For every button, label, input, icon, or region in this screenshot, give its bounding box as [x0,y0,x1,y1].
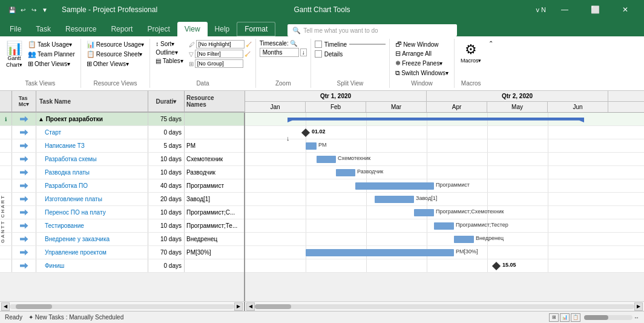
cell-task-name[interactable]: Перенос ПО на плату [36,206,148,219]
zoom-slider-track[interactable] [584,315,632,320]
table-row[interactable]: Управление проектом70 daysPM[30%] [0,246,244,259]
timescale-dropdown[interactable]: Months [260,48,299,57]
table-row[interactable]: Финиш0 days [0,259,244,273]
scroll-gantt-left-btn[interactable]: ◀ [246,302,255,311]
cell-task-name[interactable]: Внедрение у заказчика [36,233,148,245]
tab-view[interactable]: View [177,22,208,36]
group-dropdown[interactable]: [No Group] [195,59,243,68]
col-header-duration[interactable]: Durati▾ [148,91,185,112]
timeline-checkbox[interactable] [315,41,322,48]
switch-windows-button[interactable]: ⧉Switch Windows▾ [393,68,450,78]
cell-task-name[interactable]: Финиш [36,259,148,272]
details-checkbox[interactable] [315,50,322,58]
group-icon: ⊞ [189,61,194,67]
cell-task-name[interactable]: Разработка схемы [36,153,148,165]
resource-other-views-button[interactable]: ⊞Other Views▾ [85,59,146,68]
gantt-vline [548,246,548,259]
highlight-clear-icon[interactable]: 🧹 [246,42,252,47]
task-mode-icon [20,250,28,256]
save-icon[interactable]: 💾 [7,5,17,15]
table-row[interactable]: Внедрение у заказчика10 daysВнедренец [0,233,244,246]
zoom-slider-thumb[interactable] [584,315,608,320]
search-placeholder: Tell me what you want to do [303,27,378,34]
view-normal-btn[interactable]: ⊞ [549,313,559,322]
table-row[interactable]: Написание ТЗ5 daysPM [0,139,244,153]
tab-project[interactable]: Project [140,22,177,36]
close-button[interactable]: ✕ [611,0,639,19]
cell-duration: 10 days [148,153,185,165]
other-views-button[interactable]: ⊞Other Views▾ [26,59,77,68]
cell-task-name[interactable]: ▲ Проект разработки [36,113,148,125]
cell-task-name[interactable]: Тестирование [36,219,148,232]
cell-task-name[interactable]: Изготовление платы [36,193,148,205]
tab-file[interactable]: File [2,22,28,36]
gantt-chart-button[interactable]: 📊 GanttChart▾ [4,40,25,70]
col-header-task-mode[interactable]: TasMc▾ [12,91,36,112]
dropdown-icon[interactable]: ▼ [40,5,50,15]
redo-icon[interactable]: ↪ [29,5,39,15]
scroll-track-gantt[interactable] [255,304,634,309]
scroll-thumb-gantt[interactable] [255,304,291,309]
sort-button[interactable]: ↕ Sort▾ [154,40,185,48]
timeline-dropdown[interactable] [349,44,386,45]
outline-button[interactable]: Outline▾ [154,48,185,56]
macros-button[interactable]: ⚙ Macros▾ [458,40,484,65]
table-row[interactable]: Тестирование10 daysПрограммист;Те... [0,219,244,233]
scroll-track-left[interactable] [10,304,234,309]
table-row[interactable]: Разводка платы10 daysРазводчик [0,166,244,179]
search-bar[interactable]: 🔍 Tell me what you want to do [288,24,457,36]
view-page-btn[interactable]: 📋 [571,313,580,322]
table-row[interactable]: Изготовление платы20 daysЗавод[1] [0,193,244,206]
version-label: v N [536,6,547,13]
filter-dropdown[interactable]: [No Filter] [195,50,243,58]
cell-resource: Разводчик [185,166,245,179]
split-view-label: Split View [337,80,364,88]
resource-sheet-button[interactable]: 📋Resource Sheet▾ [85,50,146,59]
table-row[interactable]: Перенос ПО на плату10 daysПрограммист;С.… [0,206,244,219]
gantt-bar-label: PM[30%] [456,248,478,255]
cell-task-name[interactable]: Разводка платы [36,166,148,179]
zoom-controls: Timescale: 🔍 Months ↓ [260,40,307,57]
scroll-thumb-left[interactable] [16,304,52,309]
new-window-button[interactable]: 🗗New Window [393,40,450,48]
tab-format[interactable]: Format [237,22,275,36]
cell-task-name[interactable]: Управление проектом [36,246,148,259]
freeze-panes-button[interactable]: ❄Freeze Panes▾ [393,59,450,68]
filter-clear-icon[interactable]: 🧹 [245,52,251,57]
cell-task-name[interactable]: Разработка ПО [36,179,148,192]
tables-button[interactable]: ▤ Tables▾ [154,57,185,65]
restore-button[interactable]: ⬜ [581,0,609,19]
timeline-check[interactable]: Timeline [315,40,386,48]
task-usage-button[interactable]: 📋Task Usage▾ [26,40,77,49]
minimize-button[interactable]: — [551,0,579,19]
arrange-all-button[interactable]: ⊟Arrange All [393,49,450,58]
cell-resource: Программист;Те... [185,219,245,232]
team-planner-button[interactable]: 👥Team Planner [26,50,77,59]
highlight-row: 🖊 [No Highlight] 🧹 [189,40,252,48]
col-header-task-name[interactable]: Task Name [36,91,148,112]
tab-help[interactable]: Help [208,22,237,36]
cell-task-name[interactable]: Написание ТЗ [36,139,148,152]
table-row[interactable]: ℹ▲ Проект разработки75 days [0,113,244,126]
table-row[interactable]: Разработка ПО40 daysПрограммист [0,179,244,193]
right-scrollbar[interactable]: ◀ ▶ [245,302,644,311]
table-row[interactable]: Старт0 days [0,126,244,139]
highlight-dropdown[interactable]: [No Highlight] [196,40,245,48]
resource-usage-button[interactable]: 📊Resource Usage▾ [85,40,146,49]
cell-task-name[interactable]: Старт [36,126,148,139]
left-scrollbar[interactable]: ◀ ▶ [0,302,245,311]
details-check[interactable]: Details [315,50,386,58]
tab-resource[interactable]: Resource [58,22,104,36]
timescale-zoom-in[interactable]: ↓ [300,48,307,56]
scroll-gantt-right-btn[interactable]: ▶ [634,302,643,311]
collapse-ribbon[interactable]: ⌃ [487,39,494,88]
col-header-resource[interactable]: ResourceNames [185,91,245,112]
table-row[interactable]: Разработка схемы10 daysСхемотехник [0,153,244,166]
zoom-icon[interactable]: 🔍 [290,40,297,47]
gantt-row: Программист;Схемотехник [245,206,644,219]
view-gantt-btn[interactable]: 📊 [560,313,570,322]
scroll-right-btn[interactable]: ▶ [234,302,243,311]
tab-report[interactable]: Report [104,22,140,36]
tab-task[interactable]: Task [28,22,58,36]
undo-icon[interactable]: ↩ [18,5,28,15]
